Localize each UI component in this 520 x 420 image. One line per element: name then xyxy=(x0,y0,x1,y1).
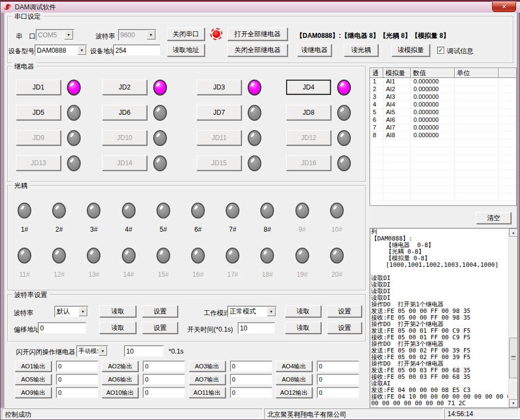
clear-log-button[interactable]: 清空 xyxy=(476,212,511,224)
analog-table-header: 通 模拟量 数值 单位 xyxy=(370,68,516,78)
baud-setting-label: 波特率 xyxy=(14,309,33,318)
switch-time-read-button[interactable]: 读取 xyxy=(285,322,321,334)
title-bar[interactable]: DAM调试软件 ✕ xyxy=(1,1,520,13)
ao6-output-button[interactable]: AO6输出 xyxy=(102,374,138,385)
relay-jd13-light xyxy=(67,155,81,171)
ao8-output-input[interactable] xyxy=(317,374,359,385)
work-mode-set-button[interactable]: 设置 xyxy=(327,305,362,317)
read-addr-button[interactable]: 读取地址 xyxy=(167,44,205,57)
baud-set-button[interactable]: 设置 xyxy=(142,305,178,317)
opto-item: 17# xyxy=(226,248,239,293)
switch-time-input[interactable] xyxy=(238,322,275,334)
ao11-output-input[interactable] xyxy=(230,387,272,398)
ao5-output-input[interactable] xyxy=(56,374,98,385)
chevron-down-icon[interactable]: ▼ xyxy=(147,30,155,40)
offset-read-button[interactable]: 读取 xyxy=(99,322,136,334)
work-mode-read-button[interactable]: 读取 xyxy=(285,305,321,317)
relay-jd4-button[interactable]: JD4 xyxy=(286,80,331,95)
table-row-empty xyxy=(370,163,516,170)
close-icon: ✕ xyxy=(501,3,506,10)
close-button[interactable]: ✕ xyxy=(492,2,516,12)
relay-jd8-button[interactable]: JD8 xyxy=(286,105,331,120)
ao10-output-button[interactable]: AO10输出 xyxy=(102,387,138,398)
baud-settings-group: 波特率设置 xyxy=(7,294,366,341)
chevron-down-icon[interactable]: ▼ xyxy=(98,346,107,356)
scroll-down-icon[interactable]: ▼ xyxy=(509,399,518,407)
read-opto-button[interactable]: 读光耦 xyxy=(344,44,378,57)
baud-setting-select[interactable]: 默认 ▼ xyxy=(54,306,88,317)
scroll-thumb[interactable] xyxy=(509,338,518,378)
offset-addr-input[interactable] xyxy=(38,322,86,334)
opto-grid: 1# 2# 3# 4# 5# 6# 7# 8# 9# 10# 11# 12# 1… xyxy=(7,203,354,293)
table-row-empty xyxy=(370,147,516,155)
open-all-relays-button[interactable]: 打开全部继电器 xyxy=(227,27,288,41)
ao3-output-button[interactable]: AO3输出 xyxy=(189,361,226,372)
relay-cell: JD15 xyxy=(197,150,286,176)
close-port-button[interactable]: 关闭串口 xyxy=(167,27,205,41)
offset-set-button[interactable]: 设置 xyxy=(142,322,178,334)
ao12-output-button[interactable]: AO12输出 xyxy=(276,387,312,398)
ao1-output-input[interactable] xyxy=(56,361,98,372)
window-title: DAM调试软件 xyxy=(15,3,56,12)
read-analog-button[interactable]: 读模拟量 xyxy=(392,44,430,57)
ao7-output-button[interactable]: AO7输出 xyxy=(189,374,226,385)
com-port-select[interactable]: COM5 ▼ xyxy=(36,29,74,41)
opto-item: 4# xyxy=(122,203,136,248)
log-scrollbar[interactable]: ▲ ▼ xyxy=(508,228,517,407)
ao4-output-input[interactable] xyxy=(317,361,359,372)
opto-6-label: 6# xyxy=(194,226,202,233)
opto-item: 15# xyxy=(156,248,170,293)
ao8-output-button[interactable]: AO8输出 xyxy=(276,374,312,385)
baud-select[interactable]: 9600 ▼ xyxy=(118,29,156,41)
relay-jd7-button[interactable]: JD7 xyxy=(197,105,242,120)
ao3-output-input[interactable] xyxy=(230,361,272,372)
relay-jd3-button[interactable]: JD3 xyxy=(197,80,242,95)
chevron-down-icon[interactable]: ▼ xyxy=(77,46,86,55)
ao4-output-button[interactable]: AO4输出 xyxy=(276,361,312,372)
ao2-output-button[interactable]: AO2输出 xyxy=(102,361,138,372)
opto-item: 12# xyxy=(52,248,66,293)
device-model-select[interactable]: DAM0888 ▼ xyxy=(35,44,87,56)
opto-5-label: 5# xyxy=(160,226,167,233)
opto-15-light xyxy=(156,248,170,264)
flash-mode-select[interactable]: 手动模式 ▼ xyxy=(76,345,108,357)
relay-jd7-light xyxy=(248,105,261,121)
read-relay-button[interactable]: 读继电器 xyxy=(297,44,332,57)
table-row: 4AI40.000000 xyxy=(370,101,516,109)
ao1-output-button[interactable]: AO1输出 xyxy=(15,361,52,372)
ao6-output-input[interactable] xyxy=(143,374,185,385)
ao5-output-button[interactable]: AO5输出 xyxy=(15,374,52,385)
table-row: 8AI80.000000 xyxy=(370,132,516,139)
debug-info-checkbox[interactable]: ✓ xyxy=(437,47,444,54)
scroll-up-icon[interactable]: ▲ xyxy=(509,228,518,237)
baud-read-button[interactable]: 读取 xyxy=(99,305,136,317)
ao9-output-input[interactable] xyxy=(56,387,98,398)
work-mode-select[interactable]: 正常模式 ▼ xyxy=(227,306,277,317)
cell: 0.000000 xyxy=(411,109,455,116)
relay-jd2-button[interactable]: JD2 xyxy=(102,80,147,95)
chevron-down-icon[interactable]: ▼ xyxy=(267,307,276,316)
chevron-down-icon[interactable]: ▼ xyxy=(79,307,87,316)
ao12-output-input[interactable] xyxy=(317,387,359,398)
switch-time-set-button[interactable]: 设置 xyxy=(327,322,362,334)
ao7-output-input[interactable] xyxy=(230,374,272,385)
relay-cell: JD4 xyxy=(286,75,362,100)
close-all-relays-button[interactable]: 关闭全部继电器 xyxy=(227,44,288,57)
flash-time-input[interactable] xyxy=(124,345,164,357)
ao10-output-input[interactable] xyxy=(143,387,185,398)
chevron-down-icon[interactable]: ▼ xyxy=(64,30,73,40)
ao2-output-input[interactable] xyxy=(143,361,185,372)
opto-19-light xyxy=(295,248,309,264)
opto-item: 2# xyxy=(52,203,66,248)
log-area[interactable]: 列 【DAM0888】: 【继电器 0-8】 【光耦 0-8】 【模拟量 0-8… xyxy=(370,228,518,408)
ao9-output-button[interactable]: AO9输出 xyxy=(15,387,52,398)
opto-3-label: 3# xyxy=(90,226,97,233)
cell xyxy=(499,78,516,86)
device-addr-input[interactable] xyxy=(113,44,160,56)
relay-jd1-button[interactable]: JD1 xyxy=(16,80,61,95)
cell: 0.000000 xyxy=(411,86,455,93)
relay-jd5-button[interactable]: JD5 xyxy=(16,105,61,120)
relay-jd6-button[interactable]: JD6 xyxy=(102,105,147,120)
relay-cell: JD9 xyxy=(16,125,102,150)
ao11-output-button[interactable]: AO11输出 xyxy=(189,387,226,398)
